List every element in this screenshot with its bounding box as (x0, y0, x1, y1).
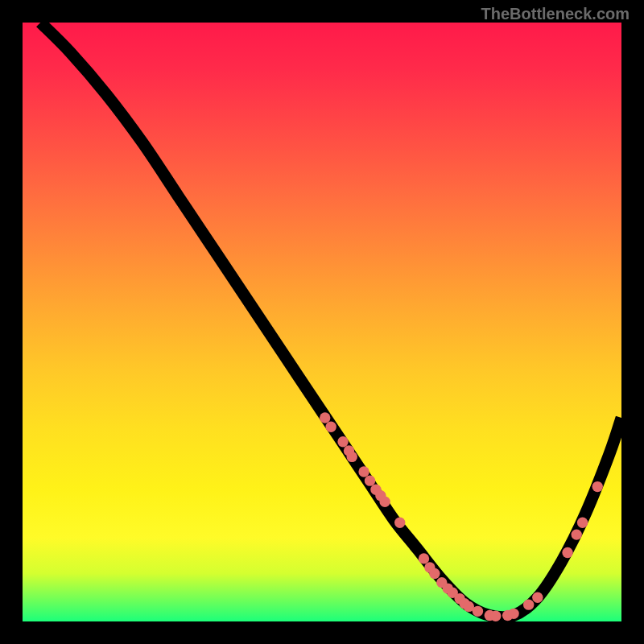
data-point (523, 599, 534, 609)
data-point (532, 592, 543, 603)
data-markers (320, 412, 603, 621)
data-point (572, 529, 582, 539)
chart-plot-area (23, 23, 621, 621)
data-point (429, 568, 440, 579)
data-point (394, 518, 405, 528)
data-point (592, 481, 603, 492)
data-point (490, 611, 501, 621)
data-point (365, 475, 375, 485)
data-point (320, 412, 330, 423)
data-point (577, 518, 588, 528)
data-point (358, 466, 369, 477)
data-point (508, 609, 518, 619)
watermark-text: TheBottleneck.com (481, 5, 630, 23)
data-point (562, 547, 572, 558)
chart-svg (23, 23, 621, 621)
data-point (473, 606, 483, 617)
data-point (347, 452, 357, 462)
data-point (379, 497, 390, 507)
data-point (337, 436, 348, 447)
bottleneck-curve (40, 23, 621, 617)
data-point (419, 553, 429, 564)
data-point (325, 422, 336, 432)
